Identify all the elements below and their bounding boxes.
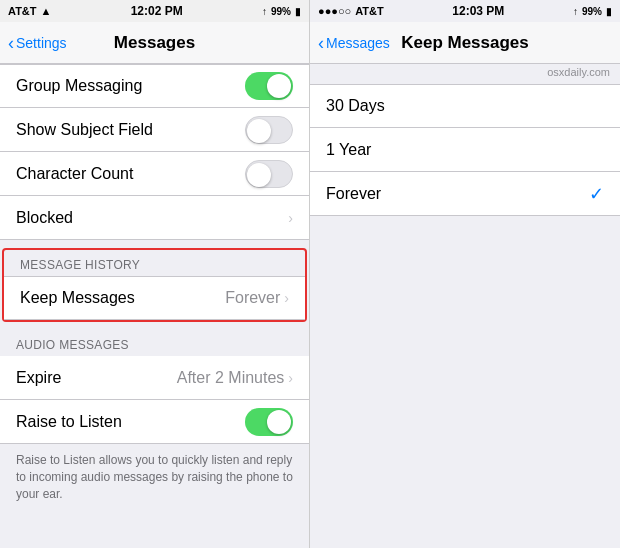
character-count-toggle[interactable] (245, 160, 293, 188)
gps-icon-right: ↑ (573, 6, 578, 17)
raise-to-listen-toggle[interactable] (245, 408, 293, 436)
keep-messages-row[interactable]: Keep Messages Forever › (4, 276, 305, 320)
option-1-year-label: 1 Year (326, 141, 604, 159)
group-messaging-label: Group Messaging (16, 77, 245, 95)
left-status-right: ↑ 99% ▮ (262, 6, 301, 17)
right-panel: ●●●○○ AT&T 12:03 PM ↑ 99% ▮ ‹ Messages K… (310, 0, 620, 548)
expire-chevron: › (288, 370, 293, 386)
raise-to-listen-row[interactable]: Raise to Listen (0, 400, 309, 444)
blocked-row[interactable]: Blocked › (0, 196, 309, 240)
blocked-label: Blocked (16, 209, 288, 227)
toggle-knob-2 (247, 119, 271, 143)
character-count-label: Character Count (16, 165, 245, 183)
option-1-year[interactable]: 1 Year (310, 128, 620, 172)
expire-row[interactable]: Expire After 2 Minutes › (0, 356, 309, 400)
battery-pct-right: 99% (582, 6, 602, 17)
left-status-time: 12:02 PM (131, 4, 183, 18)
battery-icon-left: ▮ (295, 6, 301, 17)
right-status-bar: ●●●○○ AT&T 12:03 PM ↑ 99% ▮ (310, 0, 620, 22)
keep-messages-list: 30 Days 1 Year Forever ✓ (310, 84, 620, 216)
carrier-left: AT&T (8, 5, 37, 17)
wifi-icon: ▲ (41, 5, 52, 17)
arrow-icon: ↑ (262, 6, 267, 17)
show-subject-label: Show Subject Field (16, 121, 245, 139)
audio-section: AUDIO MESSAGES Expire After 2 Minutes › … (0, 330, 309, 444)
dots-right: ●●●○○ (318, 5, 351, 17)
description-text: Raise to Listen allows you to quickly li… (0, 444, 309, 514)
right-nav-bar: ‹ Messages Keep Messages (310, 22, 620, 64)
keep-messages-chevron: › (284, 290, 289, 306)
show-subject-toggle[interactable] (245, 116, 293, 144)
battery-pct-left: 99% (271, 6, 291, 17)
right-status-time: 12:03 PM (452, 4, 504, 18)
toggle-knob-3 (247, 163, 271, 187)
left-settings-list: Group Messaging Show Subject Field Chara… (0, 64, 309, 548)
group-messaging-toggle[interactable] (245, 72, 293, 100)
keep-messages-label: Keep Messages (20, 289, 225, 307)
back-button-left[interactable]: ‹ Settings (8, 34, 67, 52)
back-chevron-right: ‹ (318, 34, 324, 52)
message-history-header: MESSAGE HISTORY (4, 250, 305, 276)
back-chevron-left: ‹ (8, 34, 14, 52)
toggle-knob-4 (267, 410, 291, 434)
back-button-right[interactable]: ‹ Messages (318, 34, 390, 52)
expire-label: Expire (16, 369, 177, 387)
keep-messages-value: Forever (225, 289, 280, 307)
toggle-knob (267, 74, 291, 98)
option-forever[interactable]: Forever ✓ (310, 172, 620, 216)
option-30-days[interactable]: 30 Days (310, 84, 620, 128)
left-panel: AT&T ▲ 12:02 PM ↑ 99% ▮ ‹ Settings Messa… (0, 0, 310, 548)
left-nav-title: Messages (114, 33, 195, 53)
battery-icon-right: ▮ (606, 6, 612, 17)
group-messaging-row[interactable]: Group Messaging (0, 64, 309, 108)
back-label-right: Messages (326, 35, 390, 51)
carrier-right: AT&T (355, 5, 384, 17)
option-forever-label: Forever (326, 185, 589, 203)
audio-messages-header: AUDIO MESSAGES (0, 330, 309, 356)
right-status-left: ●●●○○ AT&T (318, 5, 384, 17)
left-nav-bar: ‹ Settings Messages (0, 22, 309, 64)
left-status-left: AT&T ▲ (8, 5, 51, 17)
character-count-row[interactable]: Character Count (0, 152, 309, 196)
blocked-chevron: › (288, 210, 293, 226)
left-status-bar: AT&T ▲ 12:02 PM ↑ 99% ▮ (0, 0, 309, 22)
raise-to-listen-label: Raise to Listen (16, 413, 245, 431)
right-nav-title: Keep Messages (401, 33, 529, 53)
watermark: osxdaily.com (310, 64, 620, 80)
expire-value: After 2 Minutes (177, 369, 285, 387)
back-label-left: Settings (16, 35, 67, 51)
right-status-right: ↑ 99% ▮ (573, 6, 612, 17)
forever-checkmark: ✓ (589, 183, 604, 205)
option-30-days-label: 30 Days (326, 97, 604, 115)
top-section: Group Messaging Show Subject Field Chara… (0, 64, 309, 240)
message-history-highlight: MESSAGE HISTORY Keep Messages Forever › (2, 248, 307, 322)
show-subject-row[interactable]: Show Subject Field (0, 108, 309, 152)
